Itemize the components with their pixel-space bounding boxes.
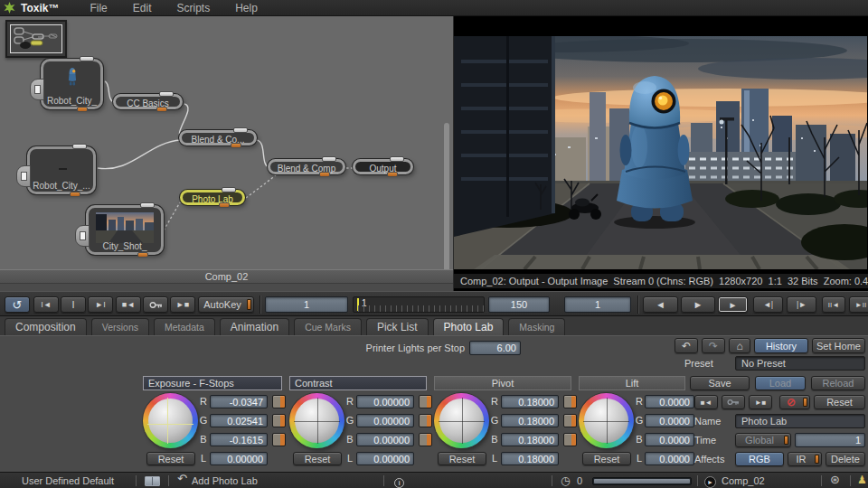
- node-output-handle[interactable]: [156, 107, 167, 112]
- pivot-reset-button[interactable]: Reset: [438, 452, 486, 465]
- exposure-r-field[interactable]: -0.0347: [210, 395, 268, 408]
- key-prev-button[interactable]: ■◄: [116, 296, 141, 313]
- exposure-header-button[interactable]: Exposure - F-Stops: [143, 376, 282, 390]
- exposure-r-slider[interactable]: [272, 395, 286, 408]
- key-next-button-2[interactable]: ►■: [749, 395, 772, 409]
- action-undo-icon[interactable]: ↶: [177, 473, 187, 485]
- contrast-r-field[interactable]: 0.00000: [356, 395, 414, 408]
- play-forward-button[interactable]: ►: [681, 296, 715, 313]
- node-handle[interactable]: [233, 127, 248, 133]
- time-mode-button[interactable]: Global: [735, 433, 791, 447]
- affects-ir-button[interactable]: IR: [788, 452, 822, 466]
- node-city-shot[interactable]: City_Shot_: [86, 205, 164, 255]
- pivot-color-wheel[interactable]: [434, 393, 489, 448]
- autokey-button[interactable]: AutoKey: [198, 296, 254, 313]
- preset-dropdown[interactable]: No Preset: [735, 356, 865, 371]
- step-forward-button[interactable]: |►: [787, 296, 816, 313]
- node-output-handle[interactable]: [137, 252, 148, 258]
- node-handle[interactable]: [140, 202, 155, 208]
- graph-minimap[interactable]: [5, 20, 67, 58]
- film-reel-icon[interactable]: ⊛: [830, 474, 840, 486]
- node-robot-city-2[interactable]: Robot_City_...: [27, 146, 96, 194]
- timeline-strip[interactable]: 1: [353, 296, 485, 313]
- node-graph-panel[interactable]: Robot_City_ CC Basics Robot_City_... B: [0, 16, 454, 291]
- node-output-handle[interactable]: [319, 172, 330, 177]
- node-output-handle[interactable]: [231, 143, 241, 148]
- layout-panes-icon[interactable]: [145, 476, 160, 486]
- comp-tab-label[interactable]: Comp_02: [0, 269, 453, 284]
- set-key-button-2[interactable]: [722, 395, 745, 409]
- action-label[interactable]: Add Photo Lab: [192, 474, 258, 487]
- tab-versions[interactable]: Versions: [91, 318, 149, 335]
- exposure-color-wheel[interactable]: [143, 393, 198, 448]
- loop-playback-button[interactable]: ↺: [5, 296, 30, 313]
- delete-button[interactable]: Delete: [826, 452, 865, 466]
- pivot-r-slider[interactable]: [563, 395, 577, 408]
- play-current-button[interactable]: ►: [718, 296, 748, 313]
- step-back-button[interactable]: ◄|: [753, 296, 783, 313]
- contrast-g-field[interactable]: 0.00000: [356, 414, 414, 427]
- person-icon[interactable]: ♟: [857, 474, 867, 486]
- mark-button[interactable]: I: [61, 296, 86, 313]
- range-end-field[interactable]: 150: [488, 296, 550, 313]
- node-robot-city-1[interactable]: Robot_City_: [41, 59, 103, 109]
- printer-lights-field[interactable]: 6.00: [469, 341, 521, 355]
- current-frame-field[interactable]: 1: [265, 296, 348, 313]
- contrast-b-field[interactable]: 0.00000: [356, 433, 414, 446]
- profile-label[interactable]: User Defined Default: [22, 474, 114, 487]
- menu-file[interactable]: File: [90, 2, 107, 14]
- node-cc-basics[interactable]: CC Basics: [113, 94, 183, 109]
- jump-end-button[interactable]: ►II: [849, 296, 868, 313]
- exposure-b-slider[interactable]: [272, 433, 286, 446]
- goto-end-button[interactable]: ►I: [88, 296, 113, 313]
- contrast-header-button[interactable]: Contrast: [289, 376, 427, 390]
- set-key-button[interactable]: [143, 296, 168, 313]
- reload-button[interactable]: Reload: [811, 376, 865, 390]
- contrast-b-slider[interactable]: [419, 433, 432, 446]
- contrast-r-slider[interactable]: [419, 395, 432, 408]
- pivot-b-slider[interactable]: [563, 433, 577, 446]
- exposure-b-field[interactable]: -0.1615: [210, 433, 268, 446]
- menu-scripts[interactable]: Scripts: [176, 2, 210, 14]
- exposure-g-slider[interactable]: [272, 414, 286, 427]
- tab-pick-list[interactable]: Pick List: [366, 318, 429, 335]
- pivot-l-field[interactable]: 0.18000: [501, 452, 559, 465]
- exposure-reset-button[interactable]: Reset: [146, 452, 195, 465]
- time-value-field[interactable]: 1: [795, 433, 865, 447]
- tab-masking[interactable]: Masking: [508, 318, 565, 335]
- menu-edit[interactable]: Edit: [133, 2, 152, 14]
- node-handle[interactable]: [390, 156, 404, 162]
- exposure-g-field[interactable]: 0.02541: [210, 414, 268, 427]
- node-handle[interactable]: [159, 91, 174, 97]
- contrast-g-slider[interactable]: [419, 414, 432, 427]
- play-reverse-button[interactable]: ◄: [643, 296, 678, 313]
- tab-metadata[interactable]: Metadata: [154, 318, 215, 335]
- node-reset-button[interactable]: Reset: [814, 395, 865, 409]
- node-handle[interactable]: [322, 156, 336, 162]
- tab-cue-marks[interactable]: Cue Marks: [294, 318, 362, 335]
- mute-button[interactable]: ⊘: [779, 395, 810, 409]
- affects-rgb-button[interactable]: RGB: [735, 452, 784, 466]
- graph-scrollbar[interactable]: [444, 123, 449, 272]
- pivot-header[interactable]: Pivot: [434, 376, 571, 390]
- save-button[interactable]: Save: [690, 376, 750, 390]
- node-handle[interactable]: [72, 144, 87, 149]
- node-output[interactable]: Output: [353, 159, 413, 174]
- node-handle[interactable]: [222, 187, 236, 192]
- undo-button[interactable]: ↶: [675, 338, 698, 353]
- lift-reset-button[interactable]: Reset: [582, 452, 631, 465]
- contrast-l-field[interactable]: 0.00000: [356, 452, 414, 465]
- tab-photo-lab[interactable]: Photo Lab: [433, 318, 505, 335]
- node-output-handle[interactable]: [387, 172, 398, 177]
- lift-header[interactable]: Lift: [579, 376, 685, 390]
- tab-composition[interactable]: Composition: [5, 318, 87, 335]
- node-output-handle[interactable]: [70, 192, 80, 197]
- pivot-g-slider[interactable]: [563, 414, 577, 427]
- node-handle[interactable]: [80, 56, 94, 61]
- step-field[interactable]: 1: [564, 296, 631, 313]
- pivot-r-field[interactable]: 0.18000: [501, 395, 559, 408]
- node-blend-co[interactable]: Blend & Co...: [179, 130, 257, 145]
- pivot-g-field[interactable]: 0.18000: [501, 414, 559, 427]
- node-photo-lab[interactable]: Photo Lab: [180, 190, 245, 205]
- lift-color-wheel[interactable]: [579, 393, 634, 448]
